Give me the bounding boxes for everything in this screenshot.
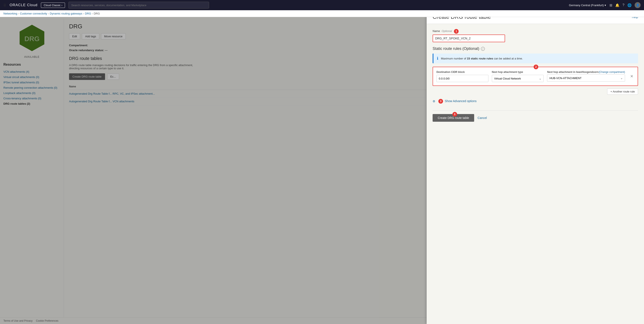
- region-selector[interactable]: Germany Central (Frankfurt) ▾: [569, 4, 606, 7]
- name-form-group: Name Optional 1: [432, 29, 638, 42]
- sliders-icon: ⚙: [432, 100, 435, 103]
- advanced-options-section: ⚙ 3 Show Advanced options: [432, 99, 638, 104]
- global-search-input[interactable]: [68, 2, 209, 8]
- oracle-logo: ORACLE Cloud: [10, 3, 38, 7]
- route-rule-row: 2 Destination CIDR block Next hop attach…: [432, 67, 638, 86]
- create-badge: 3: [452, 112, 457, 116]
- static-route-rules-info-icon[interactable]: i: [481, 47, 485, 51]
- breadcrumb: Networking › Customer connectivity › Dyn…: [0, 10, 644, 17]
- cloud-classic-button[interactable]: Cloud Classic ›: [41, 2, 65, 8]
- breadcrumb-networking[interactable]: Networking: [4, 12, 17, 15]
- static-route-rules-section: Static route rules (Optional) i ℹ Maximu…: [432, 46, 638, 95]
- console-icon[interactable]: ⊞: [610, 3, 612, 7]
- breadcrumb-dynamic-routing-gateways[interactable]: Dynamic routing gateways: [50, 12, 82, 15]
- name-input[interactable]: [432, 34, 505, 42]
- next-hop-type-label: Next hop attachment type: [492, 70, 544, 74]
- info-banner: ℹ Maximum number of 15 static route rule…: [432, 54, 638, 63]
- next-hop-type-select[interactable]: Virtual Cloud Network IPSec tunnel Virtu…: [492, 75, 544, 82]
- top-navigation: ☰ ORACLE Cloud Cloud Classic › Germany C…: [0, 0, 644, 10]
- destination-cidr-field: Destination CIDR block: [436, 70, 488, 82]
- name-badge: 1: [454, 29, 458, 34]
- hamburger-icon[interactable]: ☰: [4, 4, 6, 7]
- next-hop-attachment-field: Next hop attachment in IwanHoogendoorn (…: [547, 70, 625, 82]
- show-advanced-options-link[interactable]: 3 Show Advanced options: [437, 99, 476, 104]
- breadcrumb-drg[interactable]: DRG: [85, 12, 91, 15]
- add-rule-row: + Another route rule: [432, 88, 638, 95]
- next-hop-attachment-select-wrapper: HUB-VCN-ATTACHMENT: [547, 74, 625, 82]
- create-drg-route-table-panel: Create DRG route table Help Name Optiona…: [427, 10, 644, 324]
- nav-icons-group: ⊞ 🔔 ? 🌐 👤: [610, 2, 640, 8]
- change-compartment-link[interactable]: (Change compartment): [599, 70, 625, 74]
- info-banner-icon: ℹ: [437, 56, 438, 61]
- add-another-rule-button[interactable]: + Another route rule: [607, 88, 638, 95]
- cancel-button[interactable]: Cancel: [478, 116, 487, 120]
- user-avatar[interactable]: 👤: [634, 2, 640, 8]
- form-actions: 3 Create DRG route table Cancel: [432, 110, 638, 125]
- advanced-options-badge: 3: [438, 99, 443, 104]
- bell-icon[interactable]: 🔔: [615, 3, 620, 7]
- globe-icon[interactable]: 🌐: [628, 3, 632, 7]
- help-icon[interactable]: ?: [622, 3, 624, 7]
- next-hop-type-field: Next hop attachment type Virtual Cloud N…: [492, 70, 544, 82]
- destination-cidr-label: Destination CIDR block: [436, 70, 488, 74]
- breadcrumb-customer-connectivity[interactable]: Customer connectivity: [20, 12, 47, 15]
- next-hop-attachment-label: Next hop attachment in IwanHoogendoorn: [547, 70, 598, 74]
- remove-rule-button[interactable]: ✕: [629, 73, 634, 80]
- breadcrumb-current: DRG: [94, 12, 100, 15]
- rule-badge: 2: [534, 64, 538, 69]
- route-rule-inputs: Destination CIDR block Next hop attachme…: [436, 70, 634, 82]
- next-hop-type-select-wrapper: Virtual Cloud Network IPSec tunnel Virtu…: [492, 75, 544, 82]
- destination-cidr-input[interactable]: [436, 75, 488, 82]
- static-route-rules-title: Static route rules (Optional) i: [432, 46, 638, 51]
- nav-right-section: Germany Central (Frankfurt) ▾ ⊞ 🔔 ? 🌐 👤: [569, 2, 640, 8]
- panel-body: Name Optional 1 Static route rules (Opti…: [427, 24, 644, 130]
- name-label: Name Optional 1: [432, 29, 638, 34]
- next-hop-attachment-select[interactable]: HUB-VCN-ATTACHMENT: [547, 74, 625, 82]
